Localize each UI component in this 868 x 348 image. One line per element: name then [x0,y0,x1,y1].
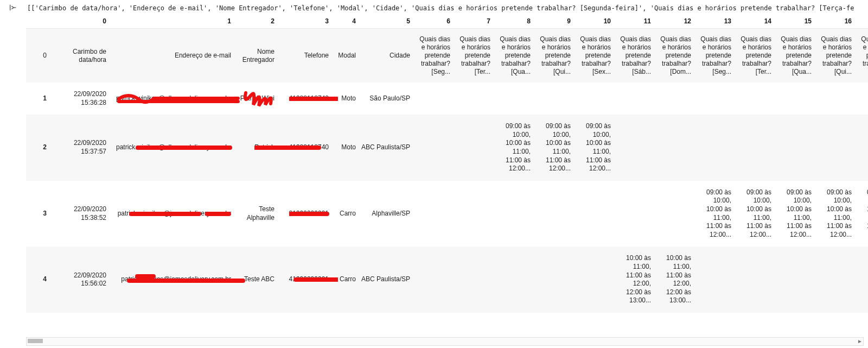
col-index: 8 [493,15,533,29]
cell-email: patrick.winnikes@jamesdelivery.com.br [108,181,233,247]
redaction-mark: patrick.winikes@ollamesdelivery.com.br [116,143,231,152]
header-cell: Quais dias e horários pretende trabalhar… [493,29,533,83]
header-cell: Quais dias e horários pretende trabalhar… [733,29,774,83]
col-index: 17 [854,15,868,29]
header-cell: Quais dias e horários pretende trabalhar… [452,29,493,83]
row-index: 2 [26,115,49,181]
header-cell: Quais dias e horários pretende trabalhar… [653,29,693,83]
scroll-right-icon[interactable]: ► [856,338,864,344]
redaction-mark: 41988118740 [289,143,329,152]
cell-city: ABC Paulista/SP [358,115,412,181]
header-cell: Quais dias e horários pretende trabalhar… [412,29,452,83]
scrollbar-thumb[interactable] [28,339,43,343]
redaction-mark: patrick.winikes@jamesdelivery.com.br [121,275,231,284]
cell-schedule: 09:00 às 10:00, 10:00 às 11:00, 11:00 às… [814,181,854,247]
column-index-row: 0 1 2 3 4 5 6 7 8 9 10 11 12 13 [26,15,868,29]
table-row: 3 22/09/2020 15:38:52 patrick.winnikes@j… [26,181,868,247]
col-index: 10 [573,15,613,29]
header-cell: Endereço de e-mail [108,29,233,83]
cell-email: patrick.winikes@ollamesdelivery.com.br [108,115,233,181]
cell-phone: 21999999991 [277,181,331,247]
header-cell: Quais dias e horários pretende trabalhar… [573,29,613,83]
cell-email: patrick.winikes@ollamesdelivery.com.br [108,83,233,115]
row-index: 3 [26,181,49,247]
notebook-gutter [0,0,26,348]
col-index: 12 [653,15,693,29]
redaction-mark: 41988118740 [289,94,329,103]
cell-timestamp: 22/09/2020 15:56:02 [49,246,108,313]
cell-timestamp: 22/09/2020 15:38:52 [49,181,108,247]
cell-email: patrick.winikes@jamesdelivery.com.br [108,246,233,313]
cell-name: Patrick Wini [233,83,277,115]
cell-schedule: 10:00 às 11:00, 11:00 às 12:00, 12:00 às… [613,246,653,313]
cell-city: ABC Paulista/SP [358,246,412,313]
col-index: 0 [49,15,108,29]
col-index: 1 [108,15,233,29]
cell-schedule: 09:00 às 10:00, 10:00 às 11:00, 11:00 às… [573,115,613,181]
redaction-mark: 21999999991 [289,210,329,218]
header-cell: Modal [331,29,358,83]
cell-output-icon [9,3,17,14]
redaction-mark: Patrick Wini [240,94,275,103]
col-index: 4 [331,15,358,29]
cell-schedule: 09:00 às 10:00, 10:00 às 11:00, 11:00 às… [854,181,868,247]
horizontal-scrollbar[interactable]: ◄ ► [26,337,864,346]
cell-timestamp: 22/09/2020 15:37:57 [49,115,108,181]
header-cell: Quais dias e horários pretende trabalhar… [814,29,854,83]
header-cell: Nome Entregador [233,29,277,83]
cell-name: Teste Alphaville [233,181,277,247]
table-row: 2 22/09/2020 15:37:57 patrick.winikes@ol… [26,115,868,181]
redaction-mark: 41999999991 [289,275,329,284]
row-index: 4 [26,246,49,313]
row-index: 1 [26,83,49,115]
redaction-mark: patrick.winnikes@jamesdelivery.com.br [118,210,231,218]
header-row: 0 Carimbo de data/hora Endereço de e-mai… [26,29,868,83]
redaction-mark: Patrick [254,143,275,152]
col-index: 15 [774,15,814,29]
col-index: 11 [613,15,653,29]
col-index: 16 [814,15,854,29]
header-cell: Carimbo de data/hora [49,29,108,83]
cell-timestamp: 22/09/2020 15:36:28 [49,83,108,115]
table-row: 1 22/09/2020 15:36:28 patrick.winikes@ol… [26,83,868,115]
header-cell: Quais dias e horários pretende trabalhar… [854,29,868,83]
col-index: 3 [277,15,331,29]
cell-schedule: 09:00 às 10:00, 10:00 às 11:00, 11:00 às… [733,181,774,247]
cell-schedule: 09:00 às 10:00, 10:00 às 11:00, 11:00 às… [493,115,533,181]
table-row: 4 22/09/2020 15:56:02 patrick.winikes@ja… [26,246,868,313]
cell-schedule: 10:00 às 11:00, 11:00 às 12:00, 12:00 às… [653,246,693,313]
dataframe: 0 1 2 3 4 5 6 7 8 9 10 11 12 13 [26,15,868,313]
cell-city: Alphaville/SP [358,181,412,247]
cell-modal: Carro [331,181,358,247]
col-index: 9 [533,15,573,29]
header-cell: Quais dias e horários pretende trabalhar… [613,29,653,83]
col-index: 5 [358,15,412,29]
cell-phone: 41988118740 [277,115,331,181]
header-cell: Quais dias e horários pretende trabalhar… [693,29,733,83]
cell-phone: 41999999991 [277,246,331,313]
header-cell: Telefone [277,29,331,83]
raw-print-output: [['Carimbo de data/hora', 'Endereço de e… [26,2,868,15]
cell-modal: Moto [331,83,358,115]
cell-city: São Paulo/SP [358,83,412,115]
redaction-mark: patrick.winikes@ollamesdelivery.com.br [116,94,231,103]
cell-name: Teste ABC [233,246,277,313]
cell-name: Patrick [233,115,277,181]
cell-modal: Moto [331,115,358,181]
header-cell: Quais dias e horários pretende trabalhar… [774,29,814,83]
col-index: 13 [693,15,733,29]
cell-phone: 41988118740 [277,83,331,115]
col-index: 7 [452,15,493,29]
col-index: 6 [412,15,452,29]
col-index: 14 [733,15,774,29]
cell-schedule: 09:00 às 10:00, 10:00 às 11:00, 11:00 às… [774,181,814,247]
output-scroll-pane[interactable]: [['Carimbo de data/hora', 'Endereço de e… [26,2,868,348]
cell-schedule: 09:00 às 10:00, 10:00 às 11:00, 11:00 às… [693,181,733,247]
header-cell: Quais dias e horários pretende trabalhar… [533,29,573,83]
col-index: 2 [233,15,277,29]
cell-schedule: 09:00 às 10:00, 10:00 às 11:00, 11:00 às… [533,115,573,181]
header-cell: Cidade [358,29,412,83]
cell-modal: Carro [331,246,358,313]
row-index: 0 [26,29,49,83]
